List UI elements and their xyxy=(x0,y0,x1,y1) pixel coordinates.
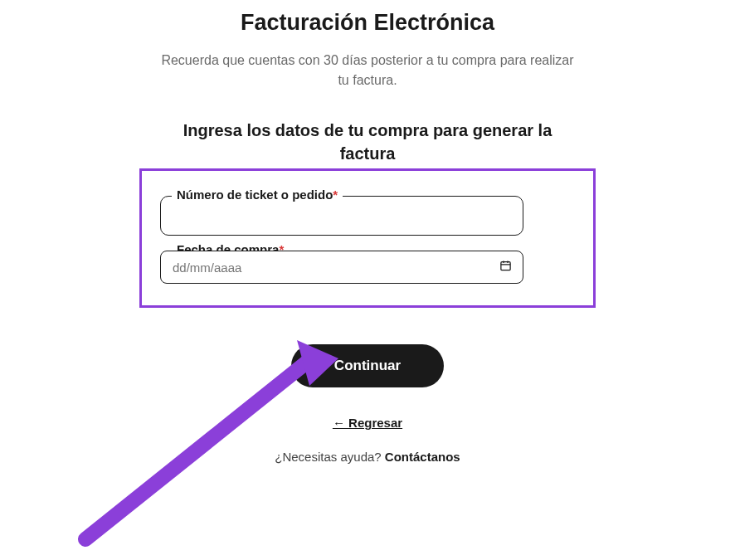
help-question: ¿Necesitas ayuda? xyxy=(275,450,385,464)
date-input[interactable] xyxy=(160,251,523,284)
ticket-input[interactable] xyxy=(160,196,523,236)
ticket-label-text: Número de ticket o pedido xyxy=(177,187,333,202)
form-heading: Ingresa los datos de tu compra para gene… xyxy=(177,119,558,165)
date-field-group: Fecha de compra* xyxy=(160,251,575,284)
back-link[interactable]: ← Regresar xyxy=(333,416,402,430)
ticket-label: Número de ticket o pedido* xyxy=(172,187,343,202)
required-star: * xyxy=(333,187,338,202)
date-input-wrapper xyxy=(160,251,523,284)
page-title: Facturación Electrónica xyxy=(241,10,494,36)
highlight-annotation-box: Número de ticket o pedido* Fecha de comp… xyxy=(139,168,596,308)
contact-link[interactable]: Contáctanos xyxy=(385,450,460,464)
ticket-field-group: Número de ticket o pedido* xyxy=(160,196,575,236)
help-text: ¿Necesitas ayuda? Contáctanos xyxy=(275,450,460,464)
continue-button[interactable]: Continuar xyxy=(291,344,444,387)
page-subtitle: Recuerda que cuentas con 30 días posteri… xyxy=(160,51,575,90)
